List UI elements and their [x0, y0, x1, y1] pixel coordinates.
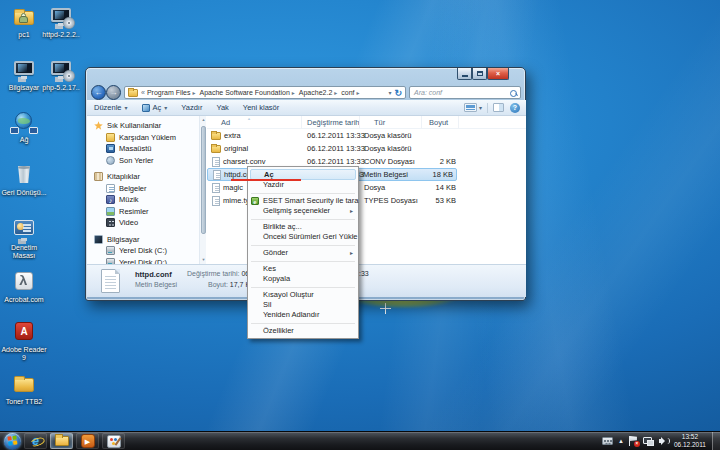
menu-item-create-shortcut[interactable]: Kısayol Oluştur: [249, 290, 357, 300]
search-placeholder: Ara: conf: [414, 89, 442, 96]
menu-item-delete[interactable]: Sil: [249, 300, 357, 310]
installer-disc-icon: [47, 58, 75, 82]
desktop-icon-label: php-5.2.17..: [38, 84, 84, 92]
sidebar-item-documents[interactable]: Belgeler: [87, 183, 199, 195]
menu-item-eset-scan[interactable]: eESET Smart Security ile tara: [249, 196, 357, 206]
document-icon: [101, 269, 120, 293]
sidebar-item-desktop[interactable]: Masaüstü: [87, 143, 199, 155]
details-filetype: Metin Belgesi: [135, 281, 177, 288]
control-panel-icon: [10, 218, 38, 242]
change-view-button[interactable]: [464, 103, 477, 112]
open-button[interactable]: Aç: [135, 103, 175, 112]
sidebar-item-downloads[interactable]: Karşıdan Yüklem: [87, 132, 199, 144]
column-header-name[interactable]: Ad: [207, 116, 302, 129]
column-header-size[interactable]: Boyut: [422, 116, 459, 129]
desktop-wallpaper: pc1 httpd-2.2.2.. Bilgisayar php-5.2.17.…: [0, 0, 720, 450]
sidebar-item-favorites[interactable]: Sık Kullanılanlar: [87, 120, 199, 132]
show-hidden-icons-icon[interactable]: ▲: [618, 438, 624, 444]
volume-icon[interactable]: [659, 437, 669, 446]
desktop-icon-label: Ağ: [1, 136, 47, 144]
minimize-button[interactable]: [457, 68, 472, 80]
breadcrumb-segment[interactable]: Apache Software Foundation: [199, 89, 298, 96]
pictures-icon: [106, 207, 115, 216]
sidebar-item-music[interactable]: ♪Müzik: [87, 194, 199, 206]
menu-item-rename[interactable]: Yeniden Adlandır: [249, 310, 357, 320]
file-row-original[interactable]: original 06.12.2011 13:33 Dosya klasörü: [207, 142, 526, 155]
organize-button[interactable]: Düzenle: [87, 103, 135, 112]
sidebar-item-computer[interactable]: Bilgisayar: [87, 234, 199, 246]
file-row-extra[interactable]: extra 06.12.2011 13:33 Dosya klasörü: [207, 129, 526, 142]
network-status-icon[interactable]: [643, 437, 654, 446]
window-titlebar[interactable]: ×: [86, 68, 525, 86]
menu-item-cut[interactable]: Kes: [249, 264, 357, 274]
desktop-icon-php-installer[interactable]: php-5.2.17..: [38, 58, 84, 92]
wallpaper-sparkle: [380, 303, 391, 314]
menu-item-properties[interactable]: Özellikler: [249, 326, 357, 336]
preview-pane-button[interactable]: [493, 103, 504, 112]
menu-item-print[interactable]: Yazdır: [249, 180, 357, 190]
desktop-icon-httpd-installer[interactable]: httpd-2.2.2..: [38, 5, 84, 39]
command-toolbar: Düzenle Aç Yazdır Yak Yeni klasör ▾ ?: [87, 100, 526, 116]
scroll-up-icon[interactable]: ▲: [200, 116, 207, 124]
desktop-icon-network[interactable]: Ağ: [1, 110, 47, 144]
help-button[interactable]: ?: [510, 103, 520, 113]
refresh-icon[interactable]: ↻: [394, 88, 405, 98]
sidebar-item-disk-c[interactable]: Yerel Disk (C:): [87, 245, 199, 257]
menu-item-copy[interactable]: Kopyala: [249, 274, 357, 284]
sidebar-item-libraries[interactable]: Kitaplıklar: [87, 171, 199, 183]
documents-icon: [106, 184, 115, 193]
scroll-down-icon[interactable]: ▼: [200, 256, 207, 264]
views-dropdown-icon[interactable]: ▾: [477, 104, 482, 111]
details-filename: httpd.conf: [135, 270, 172, 279]
menu-item-open-with[interactable]: Birlikte aç...: [249, 222, 357, 232]
desktop-icon-acrobat[interactable]: Acrobat.com: [1, 270, 47, 304]
address-bar[interactable]: « Program Files Apache Software Foundati…: [124, 86, 406, 99]
menu-item-advanced-options[interactable]: Gelişmiş seçenekler▸: [249, 206, 357, 216]
search-input[interactable]: Ara: conf: [409, 86, 521, 99]
desktop-icon-recycle-bin[interactable]: Geri Dönüşü...: [1, 163, 47, 197]
desktop-icon-adobe-reader[interactable]: Adobe Reader 9: [1, 320, 47, 361]
start-button[interactable]: [4, 433, 21, 450]
search-icon[interactable]: [510, 90, 517, 97]
desktop-icon-control-panel[interactable]: Denetim Masası: [1, 218, 47, 259]
media-player-icon: ▶: [81, 434, 95, 448]
close-button[interactable]: ×: [487, 68, 509, 80]
taskbar-media-player[interactable]: ▶: [76, 433, 99, 449]
address-dropdown-icon[interactable]: ▾: [385, 89, 394, 96]
breadcrumb-segment[interactable]: Apache2.2: [298, 89, 341, 96]
taskbar-internet-explorer[interactable]: e: [24, 433, 47, 449]
breadcrumb-segment[interactable]: conf: [340, 89, 362, 96]
show-desktop-button[interactable]: [712, 432, 720, 450]
list-header: ▲ Ad Değiştirme tarihi Tür Boyut: [207, 116, 526, 129]
video-icon: [106, 218, 115, 227]
forward-button[interactable]: →: [106, 85, 121, 100]
clock-date: 06.12.2011: [674, 441, 706, 449]
breadcrumb-segment[interactable]: Program Files: [146, 89, 199, 96]
sidebar-item-video[interactable]: Video: [87, 217, 199, 229]
column-header-modified[interactable]: Değiştirme tarihi: [302, 116, 360, 129]
back-button[interactable]: ←: [91, 85, 106, 100]
sidebar-item-disk-d[interactable]: Yerel Disk (D:): [87, 257, 199, 265]
sidebar-item-pictures[interactable]: Resimler: [87, 206, 199, 218]
menu-item-send-to[interactable]: Gönder▸: [249, 248, 357, 258]
desktop-icon: [106, 144, 115, 153]
network-globe-icon: [10, 110, 38, 134]
desktop-icon-toner-folder[interactable]: Toner TTB2: [1, 372, 47, 406]
clock-time: 13:52: [674, 433, 706, 441]
burn-button[interactable]: Yak: [209, 103, 235, 112]
new-folder-button[interactable]: Yeni klasör: [236, 103, 286, 112]
sidebar-scrollbar[interactable]: ▲ ▼: [199, 116, 206, 264]
menu-item-restore-previous[interactable]: Önceki Sürümleri Geri Yükle: [249, 232, 357, 242]
taskbar-paint[interactable]: [102, 433, 125, 449]
action-center-flag-icon[interactable]: ×: [629, 436, 638, 446]
file-icon: [212, 183, 220, 193]
sidebar-item-recent-places[interactable]: Son Yerler: [87, 155, 199, 167]
taskbar-windows-explorer[interactable]: [50, 433, 73, 449]
taskbar-clock[interactable]: 13:52 06.12.2011: [674, 433, 706, 449]
details-modified-tail: :33: [359, 270, 369, 277]
language-keyboard-icon[interactable]: [602, 437, 613, 445]
column-header-type[interactable]: Tür: [360, 116, 422, 129]
scrollbar-thumb[interactable]: [201, 126, 206, 234]
print-button[interactable]: Yazdır: [174, 103, 209, 112]
maximize-button[interactable]: [472, 68, 487, 80]
